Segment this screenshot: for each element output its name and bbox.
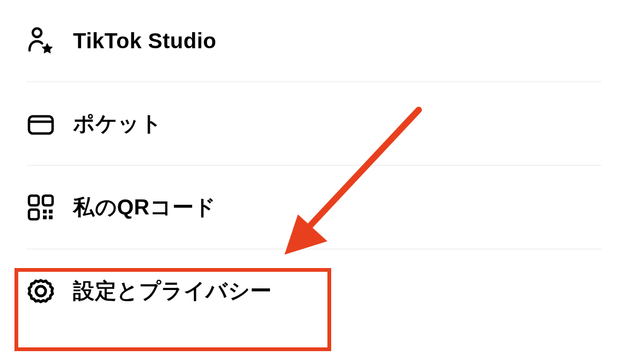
menu-container: TikTok Studio ポケット 私のQRコード [0,0,628,332]
menu-item-label: ポケット [73,109,162,138]
svg-rect-4 [29,210,39,219]
person-star-icon [27,27,55,55]
svg-rect-2 [29,196,39,205]
menu-item-pocket[interactable]: ポケット [27,82,601,166]
menu-item-label: TikTok Studio [73,29,216,53]
svg-rect-3 [43,196,53,205]
svg-rect-1 [29,116,53,133]
svg-rect-6 [49,210,53,213]
svg-rect-8 [49,216,53,219]
wallet-icon [27,110,55,138]
svg-rect-7 [43,216,47,219]
svg-point-9 [36,286,46,296]
menu-item-qr-code[interactable]: 私のQRコード [27,166,601,249]
svg-point-0 [33,28,41,37]
menu-item-tiktok-studio[interactable]: TikTok Studio [27,0,601,82]
svg-rect-5 [43,210,47,213]
menu-item-settings-privacy[interactable]: 設定とプライバシー [27,249,601,332]
gear-icon [27,277,55,305]
qr-code-icon [27,194,55,221]
menu-item-label: 私のQRコード [73,192,216,222]
menu-item-label: 設定とプライバシー [73,276,272,306]
